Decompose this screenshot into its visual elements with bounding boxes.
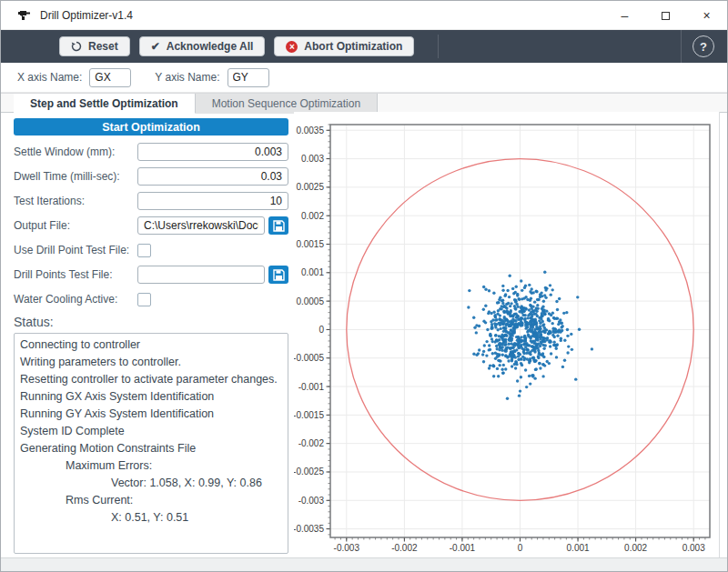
axis-name-row: X axis Name: Y axis Name: [1, 63, 727, 93]
svg-text:0.0035: 0.0035 [296, 125, 324, 135]
svg-text:-0.002: -0.002 [298, 438, 325, 448]
tab-step-and-settle[interactable]: Step and Settle Optimization [14, 94, 196, 114]
x-axis-name-input[interactable] [89, 68, 131, 87]
status-log[interactable]: Connecting to controllerWriting paramete… [14, 333, 288, 554]
status-line: Resetting controller to activate paramet… [20, 371, 282, 388]
svg-text:0.002: 0.002 [624, 543, 647, 553]
status-line: Rms Current: [20, 492, 282, 509]
status-line: Writing parameters to controller. [20, 354, 282, 371]
water-cooling-row: Water Cooling Active: [14, 290, 288, 308]
abort-icon: × [286, 41, 298, 53]
drill-points-file-row: Drill Points Test File: [14, 266, 288, 284]
svg-text:-0.002: -0.002 [391, 543, 418, 553]
acknowledge-all-button[interactable]: ✔ Acknowledge All [139, 36, 266, 56]
dwell-time-input[interactable] [137, 167, 288, 186]
dwell-time-row: Dwell Time (milli-sec): [14, 167, 288, 186]
svg-text:0.003: 0.003 [301, 154, 324, 164]
abort-optimization-label: Abort Optimization [304, 40, 402, 53]
svg-text:0.001: 0.001 [301, 267, 324, 277]
svg-text:0.0025: 0.0025 [296, 182, 324, 192]
window-controls: – × [604, 1, 727, 30]
svg-text:-0.0015: -0.0015 [294, 410, 324, 420]
help-button[interactable]: ? [693, 35, 714, 57]
svg-text:0.001: 0.001 [567, 543, 590, 553]
water-cooling-label: Water Cooling Active: [14, 293, 137, 306]
test-iterations-row: Test Iterations: [14, 192, 288, 210]
test-iterations-label: Test Iterations: [14, 195, 137, 207]
plot-panel: -0.003-0.002-0.00100.0010.0020.0030.0035… [294, 112, 720, 557]
status-line: Running GY Axis System Identification [20, 406, 282, 423]
svg-text:0.003: 0.003 [682, 543, 705, 553]
close-button[interactable]: × [686, 1, 727, 30]
y-axis-name-label: Y axis Name: [155, 71, 219, 84]
status-line: X: 0.51, Y: 0.51 [20, 509, 282, 527]
svg-text:0.002: 0.002 [301, 211, 324, 221]
output-file-label: Output File: [14, 219, 137, 232]
svg-text:-0.0035: -0.0035 [294, 524, 324, 534]
window-title: Drill Optimizer-v1.4 [40, 9, 133, 22]
maximize-icon [662, 12, 670, 20]
tab-motion-sequence[interactable]: Motion Sequence Optimization [196, 94, 378, 114]
drill-icon [17, 8, 32, 23]
svg-text:-0.0025: -0.0025 [294, 467, 324, 477]
bottom-status-strip [1, 557, 727, 571]
svg-text:-0.003: -0.003 [334, 543, 360, 553]
svg-text:-0.0005: -0.0005 [294, 353, 324, 363]
use-drill-point-row: Use Drill Point Test File: [14, 241, 288, 259]
status-line: System ID Complete [20, 423, 282, 440]
drill-points-file-input[interactable] [137, 266, 265, 284]
abort-optimization-button[interactable]: × Abort Optimization [274, 36, 414, 56]
title-bar: Drill Optimizer-v1.4 – × [1, 1, 727, 30]
svg-text:-0.001: -0.001 [450, 543, 476, 553]
tab-bar: Step and Settle Optimization Motion Sequ… [1, 93, 727, 113]
settings-panel: Start Optimization Settle Window (mm): D… [14, 118, 288, 554]
svg-text:-0.003: -0.003 [298, 496, 325, 506]
minimize-button[interactable]: – [604, 1, 645, 30]
svg-text:-0.001: -0.001 [298, 382, 325, 392]
svg-text:0.0005: 0.0005 [296, 296, 324, 306]
water-cooling-checkbox[interactable] [137, 293, 151, 306]
output-file-save-button[interactable] [268, 216, 288, 235]
status-heading: Status: [14, 315, 288, 329]
settle-window-input[interactable] [137, 143, 288, 161]
status-line: Maximum Errors: [20, 457, 282, 475]
test-iterations-input[interactable] [137, 192, 288, 210]
use-drill-point-checkbox[interactable] [137, 244, 151, 257]
settle-window-row: Settle Window (mm): [14, 143, 288, 161]
toolbar-separator-right [681, 30, 682, 63]
status-line: Running GX Axis System Identification [20, 388, 282, 406]
svg-text:0: 0 [518, 543, 523, 553]
status-line: Connecting to controller [20, 336, 282, 354]
output-file-row: Output File: [14, 216, 288, 235]
dwell-time-label: Dwell Time (milli-sec): [14, 170, 137, 183]
y-axis-name-input[interactable] [228, 68, 269, 87]
start-optimization-button[interactable]: Start Optimization [14, 118, 288, 135]
svg-text:0.0015: 0.0015 [296, 239, 324, 249]
use-drill-point-label: Use Drill Point Test File: [14, 244, 137, 256]
toolbar-separator [438, 35, 439, 58]
status-line: Vector: 1.058, X: 0.99, Y: 0.86 [20, 475, 282, 492]
app-window: Drill Optimizer-v1.4 – × Reset ✔ Acknowl… [0, 0, 728, 572]
output-file-input[interactable] [137, 216, 265, 235]
reset-label: Reset [88, 40, 118, 53]
scatter-plot: -0.003-0.002-0.00100.0010.0020.0030.0035… [294, 112, 720, 557]
save-icon [273, 220, 285, 232]
toolbar: Reset ✔ Acknowledge All × Abort Optimiza… [1, 30, 727, 63]
reset-button[interactable]: Reset [59, 36, 130, 56]
reset-icon [71, 41, 82, 52]
acknowledge-all-label: Acknowledge All [167, 40, 254, 53]
drill-points-file-label: Drill Points Test File: [14, 268, 137, 281]
check-icon: ✔ [151, 40, 160, 53]
drill-points-save-button[interactable] [268, 266, 288, 284]
maximize-button[interactable] [645, 1, 686, 30]
x-axis-name-label: X axis Name: [17, 71, 82, 84]
settle-window-label: Settle Window (mm): [14, 146, 137, 158]
status-line: Generating Motion Constraints File [20, 440, 282, 457]
svg-text:0: 0 [318, 325, 324, 335]
save-icon [273, 269, 285, 281]
